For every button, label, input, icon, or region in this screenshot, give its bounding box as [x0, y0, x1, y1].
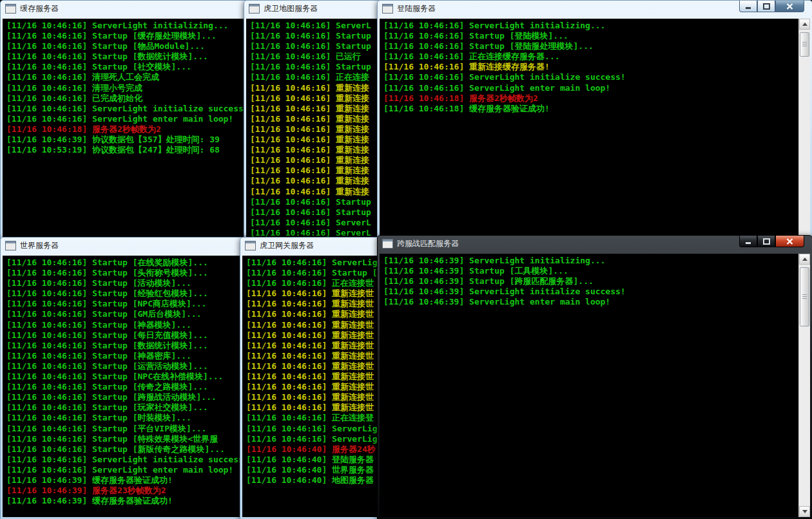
- caption-buttons: [739, 236, 804, 247]
- console-line: [11/16 10:46:16] 重新连接缓存服务器!: [383, 62, 810, 72]
- scroll-up-button[interactable]: [799, 254, 810, 265]
- console-line: [11/16 10:46:16] 正在连接缓存服务器...: [383, 52, 810, 62]
- close-button[interactable]: [775, 1, 804, 12]
- console-window-icon[interactable]: [382, 4, 393, 14]
- minimize-button[interactable]: [739, 1, 757, 12]
- scrollbar[interactable]: [798, 254, 810, 517]
- console-line: [11/16 10:46:39] Startup [跨服匹配服务器]...: [383, 276, 810, 287]
- scroll-up-button[interactable]: [799, 19, 810, 30]
- close-button[interactable]: [775, 236, 804, 247]
- console-window-icon[interactable]: [249, 4, 260, 14]
- console-line: [11/16 10:46:39] ServerLight enter main …: [383, 297, 810, 307]
- maximize-button[interactable]: [757, 1, 775, 12]
- console-window-icon[interactable]: [5, 4, 16, 14]
- scroll-thumb[interactable]: [800, 32, 809, 57]
- scroll-down-button[interactable]: [799, 506, 810, 517]
- console-line: [11/16 10:46:39] Startup [工具模块]...: [383, 266, 810, 276]
- minimize-button[interactable]: [739, 236, 757, 247]
- window-title: 虎卫地图服务器: [264, 3, 318, 14]
- window-crossserver-match-server: 跨服战匹配服务器 [11/16 10:46:39] ServerLight in…: [377, 235, 812, 519]
- console-window-icon[interactable]: [382, 239, 393, 249]
- maximize-button[interactable]: [757, 236, 775, 247]
- console-line: [11/16 10:46:16] ServerLight initializin…: [383, 21, 810, 31]
- console-line: [11/16 10:46:18] 缓存服务器验证成功!: [383, 104, 810, 114]
- window-title: 跨服战匹配服务器: [397, 238, 459, 249]
- console-window-icon[interactable]: [245, 241, 256, 250]
- caption-buttons: [739, 1, 804, 12]
- console-line: [11/16 10:46:39] ServerLight initialize …: [383, 287, 810, 297]
- console-line: [11/16 10:46:16] Startup [登陆模块]...: [383, 31, 810, 41]
- console-window-icon[interactable]: [5, 241, 16, 250]
- scroll-thumb[interactable]: [800, 267, 809, 326]
- desktop: { "colors": { "green": "#14c514", "yello…: [0, 0, 812, 519]
- console-line: [11/16 10:46:39] ServerLight initializin…: [383, 256, 810, 266]
- console-line: [11/16 10:46:18] 服务器2秒帧数为2: [383, 93, 810, 104]
- console-line: [11/16 10:46:16] Startup [登陆服处理模块]...: [383, 41, 810, 52]
- console-line: [11/16 10:46:16] ServerLight enter main …: [383, 83, 810, 93]
- window-title: 世界服务器: [20, 240, 59, 251]
- window-title: 虎卫网关服务器: [260, 240, 314, 251]
- window-title: 登陆服务器: [397, 3, 436, 14]
- window-title: 缓存服务器: [20, 3, 59, 14]
- console-output[interactable]: [11/16 10:46:39] ServerLight initializin…: [380, 254, 810, 517]
- console-line: [11/16 10:46:16] ServerLight initialize …: [383, 72, 810, 82]
